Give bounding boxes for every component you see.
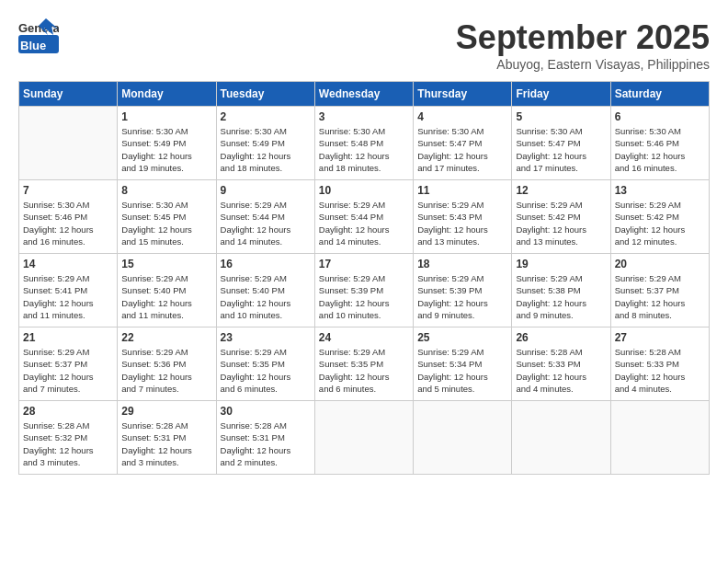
day-number: 3 xyxy=(319,110,409,123)
day-cell: 12Sunrise: 5:29 AM Sunset: 5:42 PM Dayli… xyxy=(512,180,610,254)
header-cell-saturday: Saturday xyxy=(610,82,709,107)
day-info: Sunrise: 5:29 AM Sunset: 5:42 PM Dayligh… xyxy=(516,199,606,247)
day-number: 29 xyxy=(121,405,211,418)
day-cell: 6Sunrise: 5:30 AM Sunset: 5:46 PM Daylig… xyxy=(610,107,709,180)
header-cell-friday: Friday xyxy=(512,82,610,107)
day-cell: 28Sunrise: 5:28 AM Sunset: 5:32 PM Dayli… xyxy=(19,401,118,475)
day-number: 19 xyxy=(516,258,606,270)
day-info: Sunrise: 5:28 AM Sunset: 5:31 PM Dayligh… xyxy=(221,419,311,468)
day-number: 11 xyxy=(417,184,507,197)
day-info: Sunrise: 5:28 AM Sunset: 5:31 PM Dayligh… xyxy=(121,419,211,468)
day-cell: 14Sunrise: 5:29 AM Sunset: 5:41 PM Dayli… xyxy=(19,254,118,327)
day-cell: 11Sunrise: 5:29 AM Sunset: 5:43 PM Dayli… xyxy=(414,180,512,254)
title-block: September 2025 Abuyog, Eastern Visayas, … xyxy=(456,18,710,72)
day-number: 10 xyxy=(319,184,409,197)
day-number: 5 xyxy=(516,110,606,123)
header-cell-sunday: Sunday xyxy=(19,82,118,107)
week-row-3: 14Sunrise: 5:29 AM Sunset: 5:41 PM Dayli… xyxy=(19,254,710,327)
day-info: Sunrise: 5:30 AM Sunset: 5:49 PM Dayligh… xyxy=(121,125,211,174)
day-info: Sunrise: 5:28 AM Sunset: 5:33 PM Dayligh… xyxy=(516,346,606,395)
day-number: 18 xyxy=(417,258,507,270)
week-row-1: 1Sunrise: 5:30 AM Sunset: 5:49 PM Daylig… xyxy=(19,107,710,180)
day-number: 15 xyxy=(121,258,211,270)
day-info: Sunrise: 5:30 AM Sunset: 5:47 PM Dayligh… xyxy=(417,125,507,174)
day-number: 24 xyxy=(319,331,409,344)
day-cell: 18Sunrise: 5:29 AM Sunset: 5:39 PM Dayli… xyxy=(414,254,512,327)
day-number: 4 xyxy=(417,110,507,123)
day-number: 6 xyxy=(615,110,705,123)
day-number: 8 xyxy=(121,184,211,197)
day-cell: 21Sunrise: 5:29 AM Sunset: 5:37 PM Dayli… xyxy=(19,327,118,401)
day-cell xyxy=(512,401,610,475)
logo-icon: Blue General xyxy=(18,18,59,53)
page-header: Blue General September 2025 Abuyog, East… xyxy=(18,18,710,72)
calendar-header: SundayMondayTuesdayWednesdayThursdayFrid… xyxy=(19,82,710,107)
day-cell: 13Sunrise: 5:29 AM Sunset: 5:42 PM Dayli… xyxy=(610,180,709,254)
day-info: Sunrise: 5:29 AM Sunset: 5:41 PM Dayligh… xyxy=(23,272,113,321)
day-number: 28 xyxy=(23,405,113,418)
day-cell: 24Sunrise: 5:29 AM Sunset: 5:35 PM Dayli… xyxy=(314,327,413,401)
day-cell: 3Sunrise: 5:30 AM Sunset: 5:48 PM Daylig… xyxy=(314,107,413,180)
week-row-2: 7Sunrise: 5:30 AM Sunset: 5:46 PM Daylig… xyxy=(19,180,710,254)
header-cell-wednesday: Wednesday xyxy=(314,82,413,107)
day-info: Sunrise: 5:30 AM Sunset: 5:49 PM Dayligh… xyxy=(221,125,311,174)
calendar-table: SundayMondayTuesdayWednesdayThursdayFrid… xyxy=(18,81,710,475)
day-info: Sunrise: 5:30 AM Sunset: 5:46 PM Dayligh… xyxy=(615,125,705,174)
day-info: Sunrise: 5:29 AM Sunset: 5:40 PM Dayligh… xyxy=(121,272,211,321)
day-number: 27 xyxy=(615,331,705,344)
calendar-body: 1Sunrise: 5:30 AM Sunset: 5:49 PM Daylig… xyxy=(19,107,710,475)
day-number: 12 xyxy=(516,184,606,197)
day-cell: 2Sunrise: 5:30 AM Sunset: 5:49 PM Daylig… xyxy=(216,107,314,180)
day-cell: 10Sunrise: 5:29 AM Sunset: 5:44 PM Dayli… xyxy=(314,180,413,254)
day-info: Sunrise: 5:28 AM Sunset: 5:32 PM Dayligh… xyxy=(23,419,113,468)
day-number: 22 xyxy=(121,331,211,344)
week-row-5: 28Sunrise: 5:28 AM Sunset: 5:32 PM Dayli… xyxy=(19,401,710,475)
day-cell: 1Sunrise: 5:30 AM Sunset: 5:49 PM Daylig… xyxy=(118,107,216,180)
day-cell: 26Sunrise: 5:28 AM Sunset: 5:33 PM Dayli… xyxy=(512,327,610,401)
day-number: 2 xyxy=(221,110,311,123)
day-number: 23 xyxy=(221,331,311,344)
day-info: Sunrise: 5:30 AM Sunset: 5:46 PM Dayligh… xyxy=(23,199,113,247)
day-info: Sunrise: 5:29 AM Sunset: 5:35 PM Dayligh… xyxy=(319,346,409,395)
day-number: 14 xyxy=(23,258,113,270)
day-cell xyxy=(19,107,118,180)
header-cell-monday: Monday xyxy=(118,82,216,107)
day-cell: 25Sunrise: 5:29 AM Sunset: 5:34 PM Dayli… xyxy=(414,327,512,401)
day-info: Sunrise: 5:29 AM Sunset: 5:42 PM Dayligh… xyxy=(615,199,705,247)
day-number: 13 xyxy=(615,184,705,197)
day-cell: 16Sunrise: 5:29 AM Sunset: 5:40 PM Dayli… xyxy=(216,254,314,327)
month-title: September 2025 xyxy=(456,18,710,57)
logo: Blue General xyxy=(18,18,59,53)
day-info: Sunrise: 5:29 AM Sunset: 5:38 PM Dayligh… xyxy=(516,272,606,321)
day-cell: 17Sunrise: 5:29 AM Sunset: 5:39 PM Dayli… xyxy=(314,254,413,327)
location: Abuyog, Eastern Visayas, Philippines xyxy=(456,57,710,72)
day-info: Sunrise: 5:29 AM Sunset: 5:35 PM Dayligh… xyxy=(221,346,311,395)
day-info: Sunrise: 5:29 AM Sunset: 5:37 PM Dayligh… xyxy=(23,346,113,395)
header-cell-thursday: Thursday xyxy=(414,82,512,107)
day-info: Sunrise: 5:30 AM Sunset: 5:48 PM Dayligh… xyxy=(319,125,409,174)
day-cell: 15Sunrise: 5:29 AM Sunset: 5:40 PM Dayli… xyxy=(118,254,216,327)
header-row: SundayMondayTuesdayWednesdayThursdayFrid… xyxy=(19,82,710,107)
day-cell: 20Sunrise: 5:29 AM Sunset: 5:37 PM Dayli… xyxy=(610,254,709,327)
day-cell: 30Sunrise: 5:28 AM Sunset: 5:31 PM Dayli… xyxy=(216,401,314,475)
day-cell: 23Sunrise: 5:29 AM Sunset: 5:35 PM Dayli… xyxy=(216,327,314,401)
day-cell: 5Sunrise: 5:30 AM Sunset: 5:47 PM Daylig… xyxy=(512,107,610,180)
day-cell: 27Sunrise: 5:28 AM Sunset: 5:33 PM Dayli… xyxy=(610,327,709,401)
day-cell xyxy=(610,401,709,475)
day-info: Sunrise: 5:30 AM Sunset: 5:47 PM Dayligh… xyxy=(516,125,606,174)
day-info: Sunrise: 5:29 AM Sunset: 5:37 PM Dayligh… xyxy=(615,272,705,321)
day-cell: 9Sunrise: 5:29 AM Sunset: 5:44 PM Daylig… xyxy=(216,180,314,254)
day-info: Sunrise: 5:29 AM Sunset: 5:43 PM Dayligh… xyxy=(417,199,507,247)
day-info: Sunrise: 5:29 AM Sunset: 5:40 PM Dayligh… xyxy=(221,272,311,321)
header-cell-tuesday: Tuesday xyxy=(216,82,314,107)
day-cell: 29Sunrise: 5:28 AM Sunset: 5:31 PM Dayli… xyxy=(118,401,216,475)
day-number: 25 xyxy=(417,331,507,344)
day-info: Sunrise: 5:29 AM Sunset: 5:44 PM Dayligh… xyxy=(319,199,409,247)
day-info: Sunrise: 5:29 AM Sunset: 5:39 PM Dayligh… xyxy=(319,272,409,321)
day-info: Sunrise: 5:29 AM Sunset: 5:36 PM Dayligh… xyxy=(121,346,211,395)
day-info: Sunrise: 5:30 AM Sunset: 5:45 PM Dayligh… xyxy=(121,199,211,247)
day-number: 30 xyxy=(221,405,311,418)
day-cell: 8Sunrise: 5:30 AM Sunset: 5:45 PM Daylig… xyxy=(118,180,216,254)
week-row-4: 21Sunrise: 5:29 AM Sunset: 5:37 PM Dayli… xyxy=(19,327,710,401)
day-info: Sunrise: 5:29 AM Sunset: 5:39 PM Dayligh… xyxy=(417,272,507,321)
